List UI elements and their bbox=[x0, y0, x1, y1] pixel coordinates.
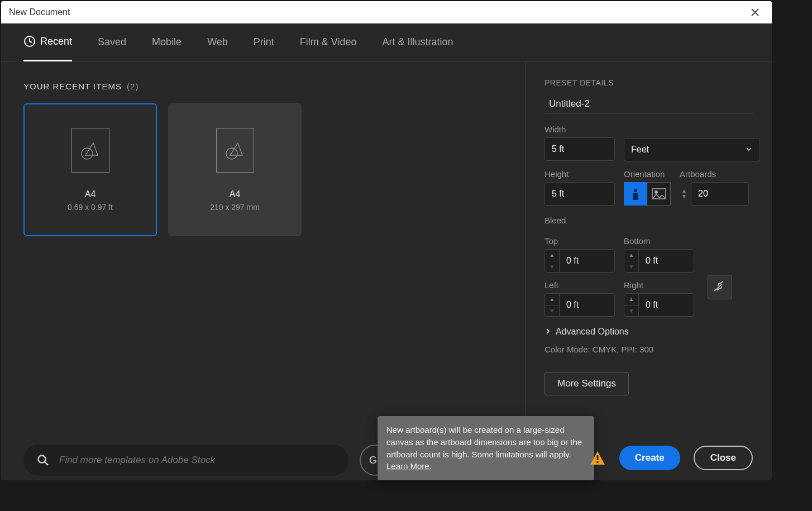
chevron-down-icon bbox=[745, 145, 753, 155]
orientation-group bbox=[624, 182, 671, 206]
tab-label: Print bbox=[254, 36, 274, 48]
chevron-down-icon[interactable]: ▼ bbox=[681, 194, 687, 199]
titlebar: New Document bbox=[1, 1, 772, 23]
svg-rect-7 bbox=[596, 455, 598, 460]
svg-point-4 bbox=[634, 189, 637, 192]
tab-saved[interactable]: Saved bbox=[98, 23, 126, 61]
preset-details-heading: PRESET DETAILS bbox=[544, 78, 753, 87]
height-field[interactable] bbox=[544, 182, 615, 206]
tab-label: Mobile bbox=[152, 36, 181, 48]
chevron-down-icon[interactable]: ▼ bbox=[545, 261, 559, 273]
chevron-up-icon[interactable]: ▲ bbox=[545, 250, 559, 261]
learn-more-link[interactable]: Learn More. bbox=[386, 461, 432, 471]
bleed-top-value: 0 ft bbox=[560, 250, 614, 272]
bleed-left-label: Left bbox=[544, 280, 615, 290]
bleed-bottom-field[interactable]: ▲▼ 0 ft bbox=[624, 249, 694, 273]
document-icon bbox=[216, 128, 254, 173]
chevron-up-icon[interactable]: ▲ bbox=[624, 250, 638, 261]
tab-print[interactable]: Print bbox=[254, 23, 274, 61]
tab-label: Web bbox=[207, 36, 228, 48]
orientation-label: Orientation bbox=[624, 169, 671, 179]
bleed-right-value: 0 ft bbox=[639, 294, 694, 316]
chevron-up-icon[interactable]: ▲ bbox=[624, 294, 638, 305]
left-pane: YOUR RECENT ITEMS (2) A4 0.69 x 0.97 ft bbox=[1, 61, 525, 480]
heading-text: YOUR RECENT ITEMS bbox=[23, 82, 122, 91]
bleed-label: Bleed bbox=[544, 216, 753, 225]
chevron-down-icon[interactable]: ▼ bbox=[545, 305, 559, 317]
create-button[interactable]: Create bbox=[619, 446, 680, 470]
svg-point-3 bbox=[39, 456, 46, 463]
units-select[interactable]: Feet bbox=[624, 138, 760, 161]
clock-icon bbox=[23, 35, 36, 47]
orientation-portrait[interactable] bbox=[624, 182, 647, 206]
preset-name-field[interactable] bbox=[544, 95, 753, 113]
preset-dims: 210 x 297 mm bbox=[210, 203, 260, 212]
bleed-left-value: 0 ft bbox=[560, 294, 614, 316]
artboards-stepper[interactable]: ▲ ▼ bbox=[680, 188, 689, 199]
svg-point-6 bbox=[655, 190, 658, 194]
orientation-landscape[interactable] bbox=[647, 182, 671, 206]
new-document-dialog: New Document Recent Saved Mobile Web Pri… bbox=[1, 1, 772, 480]
artboards-field[interactable] bbox=[691, 182, 749, 206]
width-field[interactable] bbox=[544, 137, 615, 161]
close-button[interactable]: Close bbox=[694, 446, 753, 470]
preset-card[interactable]: A4 0.69 x 0.97 ft bbox=[23, 103, 157, 236]
large-canvas-tooltip: New artboard(s) will be created on a lar… bbox=[378, 416, 594, 480]
preset-card[interactable]: A4 210 x 297 mm bbox=[168, 103, 302, 236]
bleed-bottom-value: 0 ft bbox=[639, 250, 694, 272]
chevron-down-icon[interactable]: ▼ bbox=[624, 305, 638, 317]
tab-recent[interactable]: Recent bbox=[23, 23, 72, 61]
preset-name: A4 bbox=[85, 189, 96, 199]
chevron-up-icon[interactable]: ▲ bbox=[545, 294, 559, 305]
tab-label: Film & Video bbox=[300, 36, 357, 48]
tab-label: Art & Illustration bbox=[383, 36, 453, 48]
units-value: Feet bbox=[631, 145, 649, 155]
window-title: New Document bbox=[9, 7, 746, 17]
color-mode-summary: Color Mode: CMYK, PPI: 300 bbox=[544, 345, 753, 354]
recent-heading: YOUR RECENT ITEMS (2) bbox=[23, 82, 503, 91]
search-input[interactable] bbox=[59, 455, 335, 466]
svg-rect-8 bbox=[596, 461, 598, 463]
category-tabs: Recent Saved Mobile Web Print Film & Vid… bbox=[1, 23, 772, 61]
tab-mobile[interactable]: Mobile bbox=[152, 23, 181, 61]
svg-point-1 bbox=[82, 148, 93, 159]
tab-label: Recent bbox=[40, 36, 72, 47]
tooltip-text: New artboard(s) will be created on a lar… bbox=[386, 425, 582, 459]
content-area: YOUR RECENT ITEMS (2) A4 0.69 x 0.97 ft bbox=[1, 61, 772, 480]
bleed-bottom-label: Bottom bbox=[624, 236, 694, 246]
bleed-right-field[interactable]: ▲▼ 0 ft bbox=[624, 293, 694, 317]
advanced-options-toggle[interactable]: Advanced Options bbox=[544, 327, 753, 337]
document-icon bbox=[71, 128, 109, 173]
stock-search[interactable] bbox=[23, 445, 348, 476]
more-settings-button[interactable]: More Settings bbox=[544, 372, 629, 395]
advanced-label: Advanced Options bbox=[556, 327, 629, 337]
warning-icon bbox=[589, 450, 606, 466]
svg-point-2 bbox=[226, 148, 237, 159]
preset-dims: 0.69 x 0.97 ft bbox=[68, 203, 113, 212]
chevron-down-icon[interactable]: ▼ bbox=[624, 261, 638, 273]
footer-right: Create Close bbox=[589, 446, 753, 470]
link-icon bbox=[714, 280, 725, 294]
tab-art-illustration[interactable]: Art & Illustration bbox=[383, 23, 453, 61]
height-label: Height bbox=[544, 169, 615, 179]
heading-count: (2) bbox=[127, 82, 138, 91]
tab-web[interactable]: Web bbox=[207, 23, 228, 61]
artboards-label: Artboards bbox=[680, 169, 749, 179]
tab-label: Saved bbox=[98, 36, 126, 48]
chevron-right-icon bbox=[544, 327, 551, 336]
preset-cards: A4 0.69 x 0.97 ft A4 210 x 297 mm bbox=[23, 103, 503, 236]
bleed-top-label: Top bbox=[544, 236, 615, 246]
preset-name: A4 bbox=[230, 189, 241, 199]
search-icon bbox=[37, 454, 49, 466]
link-bleed-button[interactable] bbox=[708, 275, 732, 299]
bleed-right-label: Right bbox=[624, 280, 694, 290]
width-label: Width bbox=[544, 125, 615, 134]
bleed-top-field[interactable]: ▲▼ 0 ft bbox=[544, 249, 615, 273]
bleed-left-field[interactable]: ▲▼ 0 ft bbox=[544, 293, 615, 317]
close-icon[interactable] bbox=[746, 3, 764, 21]
tab-film-video[interactable]: Film & Video bbox=[300, 23, 357, 61]
